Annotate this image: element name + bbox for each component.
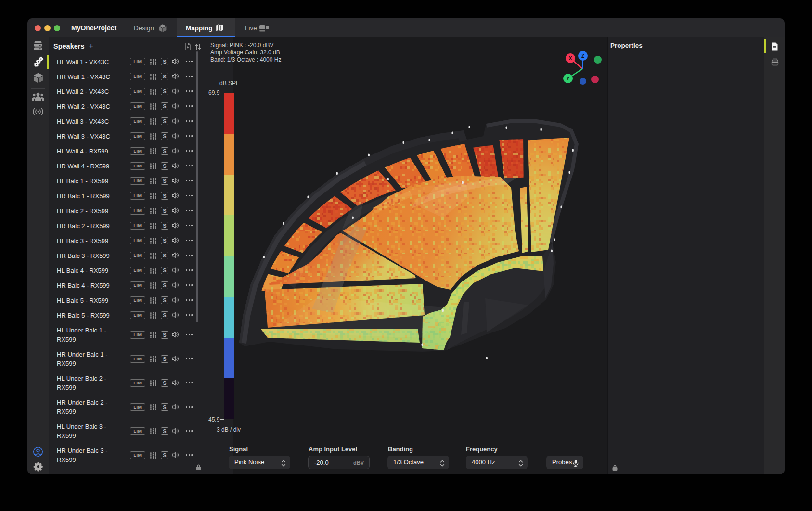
svg-text:X: X xyxy=(569,56,572,61)
svg-text:Z: Z xyxy=(581,53,584,59)
svg-text:Y: Y xyxy=(567,76,570,81)
